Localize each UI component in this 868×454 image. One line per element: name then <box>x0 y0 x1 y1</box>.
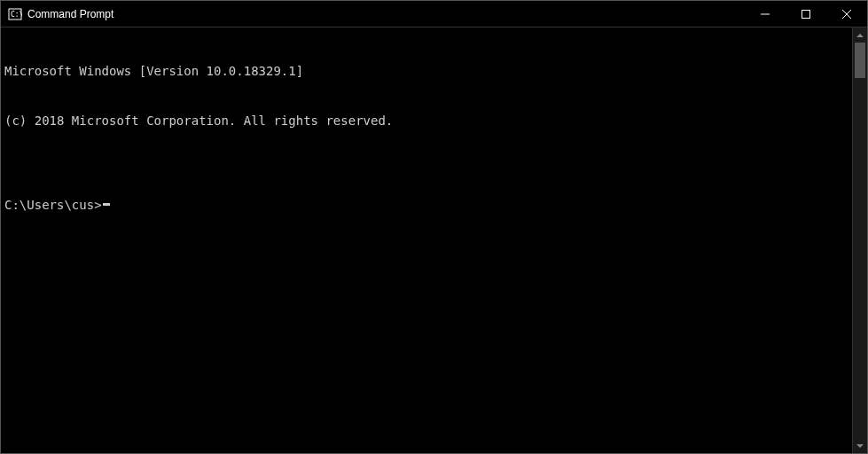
prompt-text: C:\Users\cus> <box>4 197 102 214</box>
scroll-track[interactable] <box>853 43 867 438</box>
window-title: Command Prompt <box>27 8 113 20</box>
version-line: Microsoft Windows [Version 10.0.18329.1] <box>4 63 848 80</box>
scroll-thumb[interactable] <box>855 43 865 78</box>
copyright-line: (c) 2018 Microsoft Corporation. All righ… <box>4 113 848 129</box>
svg-text:C:\: C:\ <box>11 11 22 19</box>
terminal-output[interactable]: Microsoft Windows [Version 10.0.18329.1]… <box>1 27 852 453</box>
window-controls <box>745 1 867 27</box>
titlebar-left: C:\ Command Prompt <box>1 7 113 21</box>
minimize-button[interactable] <box>745 1 786 27</box>
svg-marker-6 <box>856 34 864 37</box>
content-wrapper: Microsoft Windows [Version 10.0.18329.1]… <box>1 27 867 453</box>
scroll-down-arrow[interactable] <box>853 438 867 453</box>
scroll-up-arrow[interactable] <box>853 27 867 43</box>
svg-rect-3 <box>802 11 810 19</box>
svg-marker-7 <box>856 444 864 448</box>
command-prompt-icon: C:\ <box>8 7 22 21</box>
vertical-scrollbar[interactable] <box>852 27 867 453</box>
titlebar: C:\ Command Prompt <box>1 1 867 27</box>
close-button[interactable] <box>826 1 867 27</box>
cursor <box>103 203 110 206</box>
maximize-button[interactable] <box>786 1 826 27</box>
prompt-line: C:\Users\cus> <box>4 197 848 214</box>
